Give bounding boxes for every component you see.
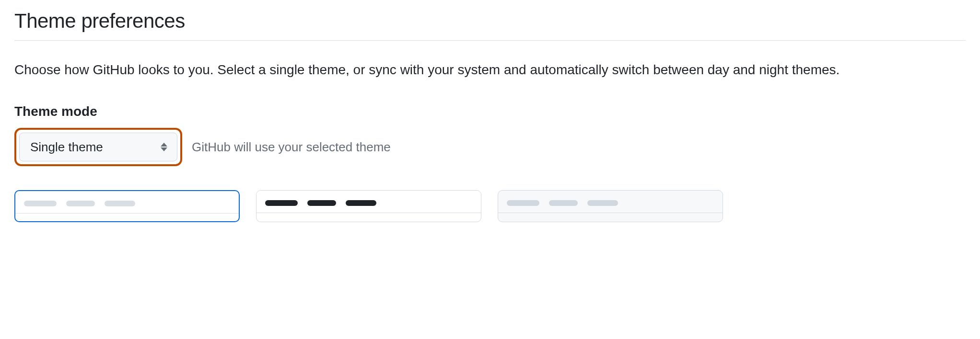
theme-card-preview-header bbox=[15, 191, 239, 214]
theme-cards bbox=[14, 190, 966, 222]
theme-mode-select-highlight: Single theme bbox=[14, 128, 182, 166]
theme-card-light[interactable] bbox=[14, 190, 240, 222]
theme-description: Choose how GitHub looks to you. Select a… bbox=[14, 60, 966, 80]
theme-mode-hint: GitHub will use your selected theme bbox=[192, 140, 391, 155]
theme-card-preview-header bbox=[498, 191, 723, 213]
select-caret-icon bbox=[161, 143, 167, 151]
theme-mode-select[interactable]: Single theme bbox=[19, 133, 177, 161]
theme-mode-label: Theme mode bbox=[14, 104, 966, 119]
theme-card-preview-header bbox=[257, 191, 481, 213]
theme-mode-select-value: Single theme bbox=[30, 140, 103, 155]
theme-card-dark[interactable] bbox=[256, 190, 481, 222]
page-title: Theme preferences bbox=[14, 10, 966, 41]
theme-mode-row: Single theme GitHub will use your select… bbox=[14, 128, 966, 166]
theme-card-dimmed[interactable] bbox=[498, 190, 723, 222]
